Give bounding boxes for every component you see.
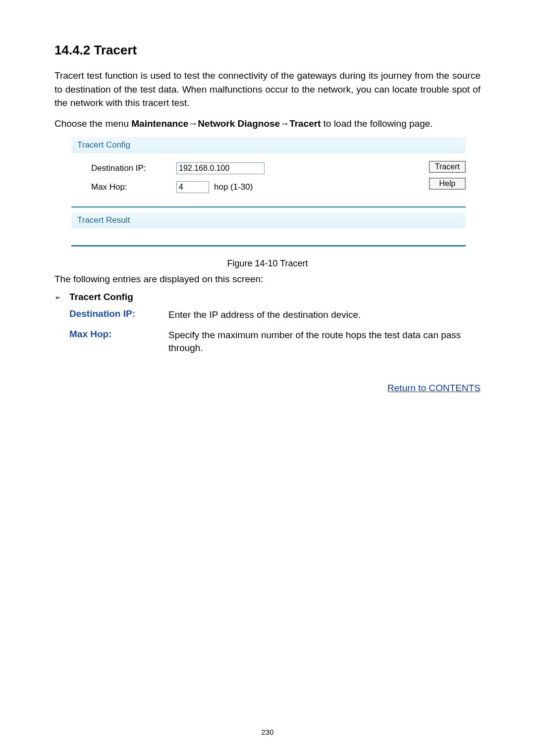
def-row-destination-ip: Destination IP: Enter the IP address of … <box>69 308 481 322</box>
page: 14.4.2 Tracert Tracert test function is … <box>0 0 535 756</box>
label-max-hop: Max Hop: <box>71 182 176 192</box>
bullet-label: Tracert Config <box>69 292 133 302</box>
help-button[interactable]: Help <box>429 178 466 190</box>
button-column: Tracert Help <box>420 160 466 198</box>
def-term-destination-ip: Destination IP: <box>69 308 168 322</box>
nav-tracert: Tracert <box>289 118 321 129</box>
form-column: Destination IP: Max Hop: hop (1-30) <box>71 160 420 198</box>
nav-suffix: to load the following page. <box>321 118 433 129</box>
def-desc-max-hop: Specify the maximum number of the route … <box>168 329 481 355</box>
tracert-config-body: Destination IP: Max Hop: hop (1-30) Trac… <box>71 153 466 198</box>
nav-prefix: Choose the menu <box>54 118 131 129</box>
nav-instruction: Choose the menu Maintenance→Network Diag… <box>54 117 481 131</box>
tracert-result-header: Tracert Result <box>71 212 466 228</box>
nav-network-diagnose: Network Diagnose <box>198 118 280 129</box>
intro-paragraph: Tracert test function is used to test th… <box>54 69 481 110</box>
def-row-max-hop: Max Hop: Specify the maximum number of t… <box>69 329 481 355</box>
chevron-right-icon: ➢ <box>54 292 69 303</box>
tracert-config-header: Tracert Config <box>71 137 466 153</box>
hint-max-hop: hop (1-30) <box>214 182 253 192</box>
bullet-tracert-config: ➢ Tracert Config <box>54 292 481 303</box>
def-term-max-hop: Max Hop: <box>69 329 168 355</box>
section-heading: 14.4.2 Tracert <box>54 43 481 58</box>
row-max-hop: Max Hop: hop (1-30) <box>71 179 420 196</box>
input-max-hop[interactable] <box>176 181 209 193</box>
nav-arrow-2: → <box>280 118 289 129</box>
entries-intro: The following entries are displayed on t… <box>54 274 481 285</box>
figure-caption: Figure 14-10 Tracert <box>54 258 481 269</box>
tracert-result-panel: Tracert Result <box>71 212 466 247</box>
definition-table: Destination IP: Enter the IP address of … <box>69 308 481 355</box>
nav-maintenance: Maintenance <box>131 118 188 129</box>
return-to-contents-link[interactable]: Return to CONTENTS <box>54 383 481 394</box>
page-number: 230 <box>0 728 535 736</box>
tracert-config-panel: Tracert Config Destination IP: Max Hop: … <box>71 137 466 207</box>
row-destination-ip: Destination IP: <box>71 160 420 177</box>
def-desc-destination-ip: Enter the IP address of the destination … <box>168 308 481 322</box>
input-destination-ip[interactable] <box>176 162 265 174</box>
tracert-button[interactable]: Tracert <box>429 161 466 173</box>
nav-arrow-1: → <box>188 118 198 129</box>
label-destination-ip: Destination IP: <box>71 163 176 173</box>
